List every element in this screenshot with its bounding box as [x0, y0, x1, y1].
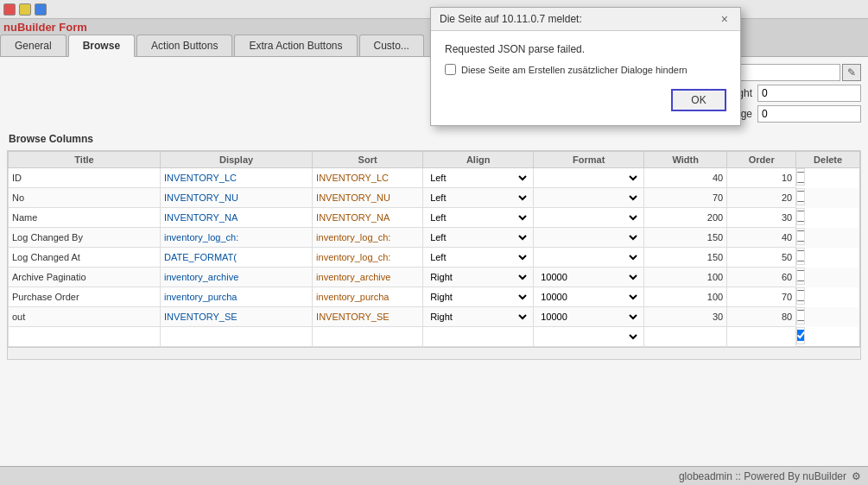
dialog-message: Requested JSON parse failed.	[445, 43, 726, 55]
modal-overlay: Die Seite auf 10.11.0.7 meldet: × Reques…	[0, 0, 868, 485]
dialog-titlebar: Die Seite auf 10.11.0.7 meldet: ×	[431, 8, 740, 31]
dialog-checkbox-row: Diese Seite am Erstellen zusätzlicher Di…	[445, 64, 726, 75]
dialog-body: Requested JSON parse failed. Diese Seite…	[431, 31, 740, 125]
dialog-btn-row: OK	[445, 89, 726, 111]
dialog-close-btn[interactable]: ×	[718, 13, 732, 25]
alert-dialog: Die Seite auf 10.11.0.7 meldet: × Reques…	[430, 7, 741, 126]
dialog-title: Die Seite auf 10.11.0.7 meldet:	[440, 13, 582, 25]
dialog-ok-button[interactable]: OK	[671, 89, 726, 111]
dialog-checkbox[interactable]	[445, 64, 456, 75]
dialog-checkbox-label: Diese Seite am Erstellen zusätzlicher Di…	[461, 65, 687, 75]
